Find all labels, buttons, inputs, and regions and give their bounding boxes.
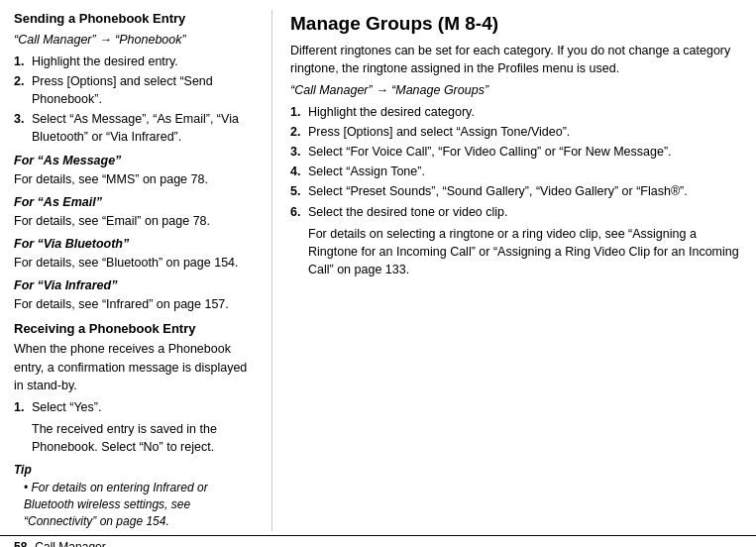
receiving-steps-list: 1. Select “Yes”.	[14, 398, 252, 416]
sending-step-1: 1. Highlight the desired entry.	[14, 53, 252, 70]
as-email-title: For “As Email”	[14, 193, 252, 211]
right-column: Manage Groups (M 8-4) Different ringtone…	[271, 10, 742, 531]
sending-step-3: 3. Select “As Message”, “As Email”, “Via…	[14, 110, 252, 146]
left-column: Sending a Phonebook Entry “Call Manager”…	[14, 10, 252, 531]
tip-label: Tip	[14, 463, 32, 477]
page-container: Sending a Phonebook Entry “Call Manager”…	[0, 0, 756, 547]
sending-steps-list: 1. Highlight the desired entry. 2. Press…	[14, 53, 252, 147]
mg-step-6: 6. Select the desired tone or video clip…	[290, 203, 742, 221]
manage-groups-path: “Call Manager” → “Manage Groups”	[290, 81, 742, 99]
sending-title: Sending a Phonebook Entry	[14, 10, 252, 29]
step6-detail: For details on selecting a ringtone or a…	[308, 225, 742, 278]
via-infrared-body: For details, see “Infrared” on page 157.	[14, 295, 252, 313]
mg-step-5: 5. Select “Preset Sounds”, “Sound Galler…	[290, 182, 742, 200]
footer: 58 Call Manager	[0, 535, 756, 547]
via-bluetooth-title: For “Via Bluetooth”	[14, 235, 252, 253]
as-message-body: For details, see “MMS” on page 78.	[14, 170, 252, 188]
sending-step-2: 2. Press [Options] and select “Send Phon…	[14, 72, 252, 108]
tip-section: Tip • For details on entering Infrared o…	[14, 462, 252, 531]
receiving-indented: The received entry is saved in the Phone…	[32, 420, 252, 456]
content-area: Sending a Phonebook Entry “Call Manager”…	[0, 0, 756, 535]
receiving-title: Receiving a Phonebook Entry	[14, 320, 252, 339]
via-bluetooth-body: For details, see “Bluetooth” on page 154…	[14, 254, 252, 272]
mg-step-4: 4. Select “Assign Tone”.	[290, 163, 742, 180]
receiving-step-1: 1. Select “Yes”.	[14, 398, 252, 416]
via-infrared-title: For “Via Infrared”	[14, 276, 252, 294]
tip-body: • For details on entering Infrared or Bl…	[24, 480, 252, 531]
mg-step-3: 3. Select “For Voice Call”, “For Video C…	[290, 143, 742, 161]
as-email-body: For details, see “Email” on page 78.	[14, 212, 252, 230]
footer-title: Call Manager	[35, 540, 105, 547]
manage-groups-title: Manage Groups (M 8-4)	[290, 10, 742, 38]
as-message-title: For “As Message”	[14, 152, 252, 169]
mg-step-1: 1. Highlight the desired category.	[290, 103, 742, 121]
sending-path: “Call Manager” → “Phonebook”	[14, 31, 252, 49]
mg-step-2: 2. Press [Options] and select “Assign To…	[290, 123, 742, 141]
manage-groups-steps-list: 1. Highlight the desired category. 2. Pr…	[290, 103, 742, 221]
manage-groups-intro: Different ringtones can be set for each …	[290, 42, 742, 77]
receiving-body: When the phone receives a Phonebook entr…	[14, 340, 252, 393]
footer-page-number: 58	[14, 540, 27, 547]
